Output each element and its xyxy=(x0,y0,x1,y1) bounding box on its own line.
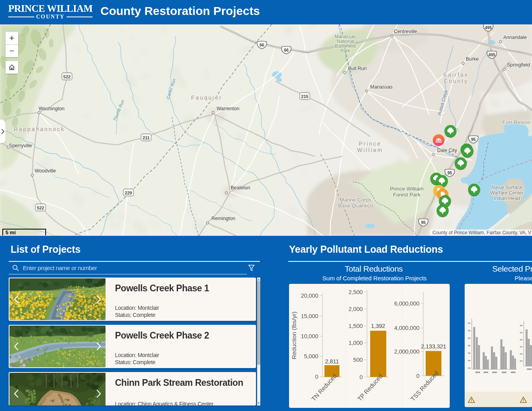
svg-text:1,000: 1,000 xyxy=(348,339,363,346)
svg-text:Remington: Remington xyxy=(211,216,235,221)
svg-text:0: 0 xyxy=(315,373,318,380)
svg-text:66: 66 xyxy=(260,43,264,47)
svg-text:Warrenton: Warrenton xyxy=(217,106,239,111)
svg-text:2,811: 2,811 xyxy=(325,358,339,365)
svg-text:Reduction (lbs/yr): Reduction (lbs/yr) xyxy=(291,311,297,359)
svg-text:William: William xyxy=(357,147,383,153)
svg-text:Springfield: Springfield xyxy=(507,62,530,68)
svg-text:Bealeton: Bealeton xyxy=(231,185,250,191)
svg-text:4,000,000: 4,000,000 xyxy=(394,324,419,331)
svg-text:2,500: 2,500 xyxy=(348,289,363,295)
svg-text:10,000: 10,000 xyxy=(301,333,318,339)
svg-text:211: 211 xyxy=(143,135,150,140)
svg-text:Washington: Washington xyxy=(39,106,65,111)
svg-text:TSS Reduced: TSS Reduced xyxy=(410,370,440,402)
svg-text:0: 0 xyxy=(416,372,419,379)
svg-text:Woodville: Woodville xyxy=(35,168,56,174)
svg-text:Prince William: Prince William xyxy=(390,186,424,192)
svg-text:15,000: 15,000 xyxy=(301,313,318,319)
svg-text:Centreville: Centreville xyxy=(394,29,417,34)
svg-text:66: 66 xyxy=(284,48,289,52)
svg-text:Bull Run: Bull Run xyxy=(348,66,367,71)
svg-text:95: 95 xyxy=(421,220,426,225)
svg-text:0: 0 xyxy=(360,374,363,380)
svg-text:Marine Corps: Marine Corps xyxy=(339,197,371,203)
svg-text:1,392: 1,392 xyxy=(371,322,385,329)
svg-text:5,000: 5,000 xyxy=(304,353,318,359)
svg-text:Manassas: Manassas xyxy=(370,84,393,90)
svg-text:Sperryville: Sperryville xyxy=(9,143,32,148)
svg-text:Prince: Prince xyxy=(359,141,382,147)
svg-text:County: County xyxy=(444,78,468,84)
svg-text:215: 215 xyxy=(301,94,308,99)
svg-text:Fairfax: Fairfax xyxy=(443,72,469,78)
svg-text:495: 495 xyxy=(488,52,495,57)
svg-text:522: 522 xyxy=(63,74,70,79)
svg-text:Base Quantico: Base Quantico xyxy=(338,203,373,209)
svg-text:6,000,000: 6,000,000 xyxy=(394,300,419,307)
svg-text:Indian Head: Indian Head xyxy=(493,196,520,201)
svg-text:2,000,000: 2,000,000 xyxy=(394,348,419,355)
svg-text:500: 500 xyxy=(353,356,363,363)
svg-text:Burke: Burke xyxy=(466,56,479,62)
svg-text:522: 522 xyxy=(37,206,44,210)
svg-text:2,133,321: 2,133,321 xyxy=(421,343,446,350)
svg-text:95: 95 xyxy=(471,137,476,142)
svg-text:Rappahannock: Rappahannock xyxy=(14,126,65,132)
svg-text:Warfare Center: Warfare Center xyxy=(490,190,524,196)
svg-text:Dale City: Dale City xyxy=(437,148,457,153)
svg-text:229: 229 xyxy=(125,191,132,195)
svg-text:1,500: 1,500 xyxy=(348,322,363,329)
svg-text:Fauquier: Fauquier xyxy=(191,94,222,101)
svg-text:Park: Park xyxy=(341,48,351,54)
svg-text:95: 95 xyxy=(447,170,452,175)
svg-text:2,000: 2,000 xyxy=(348,305,363,312)
svg-text:Forest Park: Forest Park xyxy=(393,192,421,198)
svg-text:Annandale: Annandale xyxy=(503,35,527,40)
svg-text:Naval Surface: Naval Surface xyxy=(491,185,523,190)
svg-text:Fort Belvoir: Fort Belvoir xyxy=(502,119,531,125)
svg-text:495: 495 xyxy=(485,25,492,30)
svg-text:20,000: 20,000 xyxy=(301,292,318,299)
